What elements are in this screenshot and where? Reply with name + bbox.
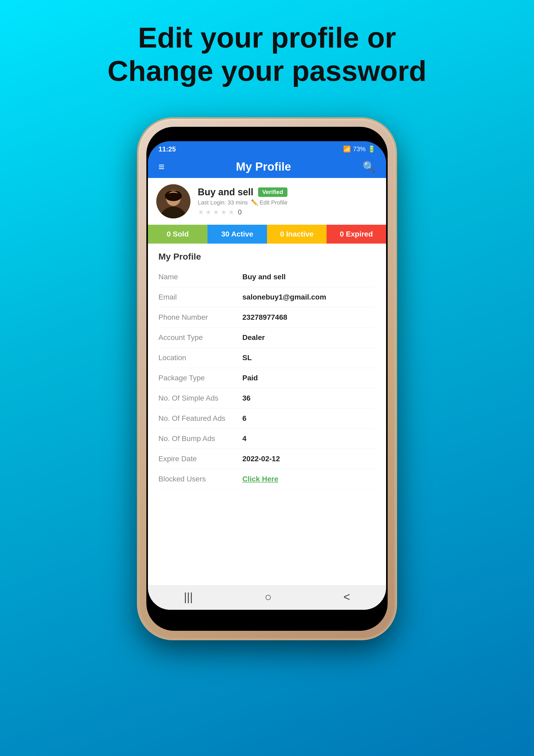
app-bar: ≡ My Profile 🔍	[148, 155, 386, 178]
row-value: 23278977468	[242, 313, 287, 322]
row-label: No. Of Simple Ads	[158, 394, 235, 402]
rating-count: 0	[238, 208, 242, 216]
row-value: 4	[242, 434, 246, 443]
row-label: Email	[158, 293, 235, 301]
row-value: 6	[242, 414, 246, 423]
star-4: ★	[220, 208, 227, 216]
row-label: Package Type	[158, 374, 235, 382]
star-2: ★	[205, 208, 212, 216]
svg-point-5	[165, 193, 181, 201]
profile-header: Buy and sell Verified Last Login: 33 min…	[148, 178, 386, 225]
headline-line2: Change your password	[108, 54, 426, 88]
row-value: 2022-02-12	[242, 455, 280, 463]
row-label: Blocked Users	[158, 475, 235, 483]
section-title: My Profile	[158, 252, 376, 262]
app-bar-title: My Profile	[236, 160, 291, 173]
battery-icon: 🔋	[368, 146, 376, 153]
row-value: salonebuy1@gmail.com	[242, 293, 326, 301]
row-label: Name	[158, 273, 235, 281]
bottom-nav: ||| ○ <	[148, 585, 386, 610]
star-1: ★	[198, 208, 204, 216]
nav-back-icon[interactable]: <	[343, 590, 350, 604]
row-label: No. Of Featured Ads	[158, 414, 235, 423]
profile-row: Account TypeDealer	[158, 328, 376, 348]
search-icon[interactable]: 🔍	[363, 161, 376, 173]
star-3: ★	[213, 208, 219, 216]
status-time: 11:25	[158, 145, 176, 153]
profile-row: Blocked UsersClick Here	[158, 469, 376, 489]
verified-badge: Verified	[258, 187, 287, 197]
menu-icon[interactable]: ≡	[158, 161, 165, 173]
row-value: Paid	[242, 374, 258, 382]
profile-row: No. Of Simple Ads36	[158, 388, 376, 408]
stat-active[interactable]: 30 Active	[208, 225, 267, 244]
profile-row: Phone Number23278977468	[158, 308, 376, 328]
status-icons: 📶 73% 🔋	[343, 146, 376, 153]
page-headline: Edit your profile or Change your passwor…	[87, 21, 447, 87]
stats-bar: 0 Sold 30 Active 0 Inactive 0 Expired	[148, 225, 386, 244]
profile-content: My Profile NameBuy and sellEmailsalonebu…	[148, 244, 386, 585]
profile-row: Package TypePaid	[158, 368, 376, 388]
last-login-text: Last Login: 33 mins	[198, 199, 248, 206]
row-label: Account Type	[158, 333, 235, 342]
profile-name: Buy and sell	[198, 187, 253, 198]
headline-line1: Edit your profile or	[108, 21, 426, 54]
nav-menu-icon[interactable]: |||	[184, 590, 193, 604]
profile-row: Emailsalonebuy1@gmail.com	[158, 287, 376, 308]
profile-row: Expire Date2022-02-12	[158, 449, 376, 469]
stat-inactive[interactable]: 0 Inactive	[267, 225, 326, 244]
profile-row: No. Of Featured Ads6	[158, 408, 376, 429]
stat-sold[interactable]: 0 Sold	[148, 225, 208, 244]
profile-row: NameBuy and sell	[158, 267, 376, 287]
row-value: Buy and sell	[242, 273, 286, 281]
star-5: ★	[228, 208, 234, 216]
profile-name-row: Buy and sell Verified	[198, 187, 378, 198]
edit-profile-label: Edit Profile	[260, 199, 288, 206]
row-value: SL	[242, 354, 252, 362]
last-login-row: Last Login: 33 mins ✏️ Edit Profile	[198, 199, 378, 206]
row-label: Expire Date	[158, 455, 235, 463]
row-label: No. Of Bump Ads	[158, 434, 235, 443]
battery-text: 73%	[353, 146, 366, 153]
avatar	[156, 184, 191, 218]
nav-home-icon[interactable]: ○	[265, 590, 272, 604]
phone-notch	[238, 127, 296, 141]
phone-mockup: 11:25 📶 73% 🔋 ≡ My Profile 🔍	[139, 119, 395, 644]
profile-row: LocationSL	[158, 348, 376, 368]
phone-screen: 11:25 📶 73% 🔋 ≡ My Profile 🔍	[148, 141, 386, 610]
signal-icon: 📶	[343, 146, 351, 153]
profile-rows: NameBuy and sellEmailsalonebuy1@gmail.co…	[158, 267, 376, 489]
row-label: Location	[158, 354, 235, 362]
edit-profile-link[interactable]: ✏️ Edit Profile	[251, 199, 288, 206]
profile-info: Buy and sell Verified Last Login: 33 min…	[198, 187, 378, 216]
profile-row: No. Of Bump Ads4	[158, 429, 376, 449]
row-value: 36	[242, 394, 250, 402]
row-label: Phone Number	[158, 313, 235, 322]
row-value[interactable]: Click Here	[242, 475, 278, 483]
stat-expired[interactable]: 0 Expired	[326, 225, 386, 244]
status-bar: 11:25 📶 73% 🔋	[148, 141, 386, 155]
row-value: Dealer	[242, 333, 265, 342]
phone-shell: 11:25 📶 73% 🔋 ≡ My Profile 🔍	[139, 119, 395, 639]
stars-row: ★ ★ ★ ★ ★ 0	[198, 208, 378, 216]
